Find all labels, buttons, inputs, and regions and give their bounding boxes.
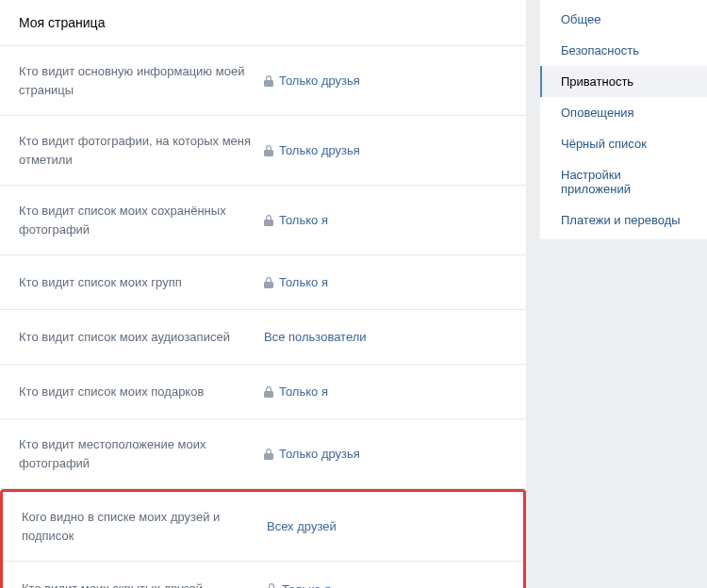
- setting-value-text: Только я: [279, 275, 328, 289]
- sidebar-item[interactable]: Оповещения: [540, 97, 707, 128]
- setting-value-selector[interactable]: Всех друзей: [267, 519, 337, 533]
- label-bold: подарков: [151, 384, 204, 399]
- lock-icon: [264, 277, 273, 288]
- setting-value-text: Только друзья: [279, 74, 360, 88]
- label-text: Кто видит моих: [22, 581, 112, 588]
- sidebar-item-label: Платежи и переводы: [561, 213, 681, 227]
- sidebar-item[interactable]: Безопасность: [540, 35, 707, 66]
- sidebar-item[interactable]: Приватность: [540, 66, 707, 97]
- setting-label: Кто видит местоположение моих фотографий: [19, 435, 264, 472]
- settings-row: Кто видит основную информацию моей стран…: [0, 46, 526, 116]
- setting-value-text: Только друзья: [279, 447, 360, 461]
- label-bold: скрытых друзей: [112, 581, 203, 588]
- sidebar-item-label: Настройки приложений: [561, 168, 631, 196]
- sidebar-item[interactable]: Платежи и переводы: [540, 204, 707, 236]
- setting-label: Кто видит фотографии, на которых меня от…: [19, 132, 264, 169]
- setting-label: Кто видит список моих групп: [19, 273, 264, 292]
- lock-icon: [264, 386, 273, 398]
- setting-value-text: Только я: [279, 384, 328, 399]
- layout-gap: [526, 0, 540, 588]
- sidebar-item-label: Приватность: [561, 74, 633, 89]
- sidebar-item[interactable]: Настройки приложений: [540, 159, 707, 204]
- highlighted-settings: Кого видно в списке моих друзей и подпис…: [0, 489, 526, 588]
- setting-value-text: Все пользователи: [264, 330, 367, 344]
- settings-sidebar: ОбщееБезопасностьПриватностьОповещенияЧё…: [540, 0, 707, 239]
- setting-value-selector[interactable]: Только я: [264, 275, 328, 289]
- lock-icon: [264, 449, 273, 460]
- setting-value-selector[interactable]: Только друзья: [264, 143, 360, 157]
- settings-row: Кого видно в списке моих друзей и подпис…: [3, 492, 523, 562]
- label-text: Кто видит список моих: [19, 275, 151, 289]
- sidebar-item-label: Безопасность: [561, 43, 639, 57]
- setting-value-selector[interactable]: Только друзья: [264, 74, 360, 88]
- setting-label: Кто видит список моих подарков: [19, 383, 264, 401]
- settings-list: Кто видит основную информацию моей стран…: [0, 46, 526, 489]
- setting-value-selector[interactable]: Все пользователи: [264, 330, 367, 344]
- setting-value-text: Только я: [279, 213, 328, 227]
- setting-label: Кто видит основную информацию моей стран…: [19, 62, 264, 99]
- lock-icon: [267, 583, 276, 588]
- setting-value-selector[interactable]: Только я: [264, 213, 328, 227]
- setting-label: Кто видит список моих аудиозаписей: [19, 328, 264, 347]
- label-text: Кого видно в списке моих: [22, 510, 171, 524]
- lock-icon: [264, 145, 273, 156]
- setting-value-text: Только друзья: [279, 143, 360, 157]
- section-header: Моя страница: [0, 0, 526, 46]
- lock-icon: [264, 215, 273, 226]
- settings-row: Кто видит список моих группТолько я: [0, 255, 526, 310]
- setting-value-selector[interactable]: Только я: [264, 384, 328, 399]
- main-settings-panel: Моя страница Кто видит основную информац…: [0, 0, 526, 588]
- settings-row: Кто видит список моих сохранённых фотогр…: [0, 186, 526, 255]
- setting-value-selector[interactable]: Только друзья: [264, 447, 360, 461]
- setting-label: Кто видит список моих сохранённых фотогр…: [19, 202, 264, 238]
- label-bold: аудиозаписей: [151, 330, 230, 344]
- label-text: Кто видит: [19, 437, 78, 451]
- settings-row: Кто видит список моих аудиозаписейВсе по…: [0, 310, 526, 365]
- label-bold: фотографии: [78, 134, 149, 148]
- label-text: Кто видит список моих: [19, 330, 151, 344]
- setting-value-selector[interactable]: Только я: [267, 582, 331, 589]
- label-text: Кто видит список моих: [19, 204, 151, 218]
- label-text: Кто видит основную информацию: [19, 64, 216, 78]
- setting-label: Кого видно в списке моих друзей и подпис…: [22, 508, 267, 545]
- sidebar-item[interactable]: Общее: [540, 4, 707, 35]
- settings-row: Кто видит список моих подарковТолько я: [0, 365, 526, 419]
- setting-value-text: Только я: [282, 582, 331, 589]
- setting-label: Кто видит моих скрытых друзей: [22, 580, 267, 588]
- sidebar-item-label: Чёрный список: [561, 137, 647, 151]
- settings-row: Кто видит фотографии, на которых меня от…: [0, 116, 526, 186]
- label-text: Кто видит список моих: [19, 384, 151, 399]
- sidebar-item-label: Общее: [561, 12, 601, 26]
- lock-icon: [264, 75, 273, 87]
- label-bold: групп: [151, 275, 181, 289]
- sidebar-item[interactable]: Чёрный список: [540, 128, 707, 159]
- settings-row: Кто видит моих скрытых друзейТолько я: [3, 562, 523, 588]
- label-bold: местоположение: [78, 437, 174, 451]
- sidebar-item-label: Оповещения: [561, 106, 634, 120]
- setting-value-text: Всех друзей: [267, 519, 337, 533]
- section-title: Моя страница: [19, 15, 105, 30]
- settings-row: Кто видит местоположение моих фотографий…: [0, 419, 526, 489]
- label-text: Кто видит: [19, 134, 78, 148]
